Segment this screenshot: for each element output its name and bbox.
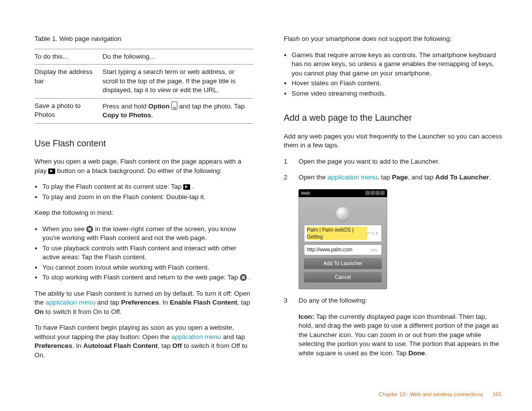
- play-icon: [183, 184, 190, 190]
- table-header-2: Do the following...: [102, 49, 253, 65]
- heading-add-launcher: Add a web page to the Launcher: [284, 112, 502, 124]
- numbered-steps: 1 Open the page you want to add to the L…: [284, 157, 502, 182]
- step-item: 1 Open the page you want to add to the L…: [284, 157, 502, 167]
- list-item: To play the Flash content at its current…: [42, 182, 253, 192]
- page-footer: Chapter 10 : Web and wireless connection…: [379, 391, 501, 398]
- add-to-launcher-button: Add To Launcher: [304, 258, 382, 269]
- screenshot-status-bar: Web: [299, 189, 387, 197]
- application-menu-link[interactable]: application menu: [328, 173, 377, 181]
- cancel-button: Cancel: [304, 272, 382, 282]
- table-row: Save a photo to Photos Press and hold Op…: [34, 98, 253, 123]
- list-item: When you see in the lower-right corner o…: [42, 225, 253, 243]
- table-caption: Table 1. Web page navigation: [34, 34, 253, 44]
- step-item: 2 Open the application menu, tap Page, a…: [284, 173, 502, 182]
- chapter-label: Chapter 10 : Web and wireless connection…: [379, 391, 483, 397]
- left-column: Table 1. Web page navigation To do this.…: [34, 34, 253, 372]
- table-row: Display the address bar Start typing a s…: [34, 65, 253, 99]
- page-number: 165: [493, 391, 501, 397]
- step-item: 3 Do any of the following: Icon: Tap the…: [284, 296, 502, 365]
- bullet-list: Games that require arrow keys as control…: [284, 51, 502, 99]
- list-item: Hover states on Flash content.: [292, 79, 502, 88]
- bullet-list: When you see in the lower-right corner o…: [34, 225, 253, 282]
- title-field: Palm | Palm webOS | Getting TITLE: [304, 225, 382, 242]
- navigation-table: To do this... Do the following... Displa…: [34, 49, 253, 124]
- heading-flash: Use Flash content: [34, 137, 253, 150]
- url-field: http://www.palm.com URL: [304, 244, 382, 255]
- play-icon: [48, 169, 55, 174]
- list-item: To play and zoom in on the Flash content…: [42, 193, 253, 202]
- body-text: The ability to use Flash content is turn…: [34, 289, 253, 317]
- body-text: Keep the following in mind:: [34, 208, 253, 218]
- close-x-icon: [240, 274, 247, 281]
- application-menu-link[interactable]: application menu: [171, 333, 221, 341]
- body-text: Flash on your smartphone does not suppor…: [284, 34, 502, 44]
- list-item: Games that require arrow keys as control…: [292, 51, 502, 78]
- screenshot-add-to-launcher: Web Palm | Palm webOS | Getting TITLE ht…: [299, 189, 387, 289]
- list-item: You cannot zoom in/out while working wit…: [42, 263, 253, 273]
- list-item: To use playback controls with Flash cont…: [42, 244, 253, 262]
- body-text: Add any web pages you visit frequently t…: [284, 132, 502, 150]
- body-text: When you open a web page, Flash content …: [34, 157, 253, 175]
- status-indicators: [366, 191, 385, 195]
- hp-logo-icon: [336, 207, 350, 221]
- application-menu-link[interactable]: application menu: [45, 299, 95, 306]
- right-column: Flash on your smartphone does not suppor…: [284, 34, 502, 372]
- body-text: To have Flash content begin playing as s…: [34, 323, 253, 360]
- option-key-icon: [171, 102, 177, 110]
- list-item: Some video streaming methods.: [292, 89, 502, 99]
- numbered-steps: 3 Do any of the following: Icon: Tap the…: [284, 296, 502, 365]
- list-item: To stop working with Flash content and r…: [42, 273, 253, 282]
- bullet-list: To play the Flash content at its current…: [34, 182, 253, 202]
- close-x-icon: [86, 226, 93, 233]
- table-header-1: To do this...: [34, 49, 102, 65]
